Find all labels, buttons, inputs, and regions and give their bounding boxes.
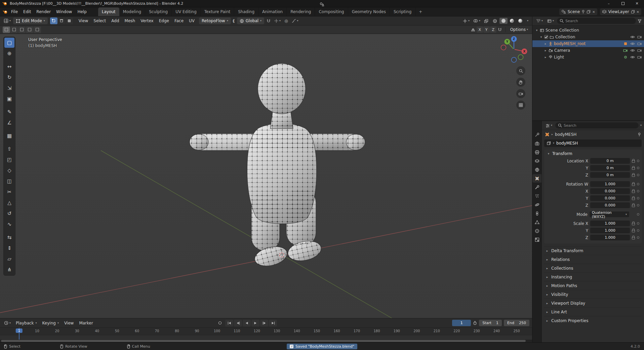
properties-tab-particles[interactable] <box>532 192 541 200</box>
retopoflow-menu[interactable]: RetopoFlow ▾ <box>199 17 231 24</box>
timeline-editor-selector[interactable]: ▾ <box>3 320 12 326</box>
tool-shear[interactable]: ▱ <box>4 254 14 264</box>
viewport-menu-uv[interactable]: UV <box>186 17 197 24</box>
properties-tab-tool[interactable] <box>532 130 541 139</box>
timeline-menu-view[interactable]: View <box>62 320 76 326</box>
material-shading-button[interactable] <box>508 18 516 24</box>
tool-spin[interactable]: ↺ <box>4 208 14 219</box>
render-visibility-icon[interactable] <box>637 42 642 45</box>
view-layer-selector[interactable]: ViewLayer ✕ <box>600 8 641 15</box>
panel-motion-paths[interactable]: ▸Motion Paths <box>544 281 642 290</box>
tool-inset-faces[interactable]: ◰ <box>4 155 14 165</box>
shading-dropdown[interactable]: ▾ <box>526 19 530 23</box>
workspace-tab-layout[interactable]: Layout <box>98 7 119 16</box>
mode-field[interactable]: Quaternion (WXYZ)▾ <box>590 211 629 217</box>
tool-bevel[interactable]: ◇ <box>4 165 14 176</box>
snap-target-selector[interactable]: ▾ <box>273 18 282 24</box>
tool-edge-slide[interactable]: ⇆ <box>4 232 14 242</box>
expand-arrow[interactable]: ▸ <box>544 55 547 59</box>
viewport-menu-mesh[interactable]: Mesh <box>122 17 138 24</box>
workspace-tab-uv-editing[interactable]: UV Editing <box>172 7 201 16</box>
timeline-menu-marker[interactable]: Marker <box>76 320 95 326</box>
viewport-menu-view[interactable]: View <box>76 17 91 24</box>
start-frame-field[interactable]: Start 1 <box>479 320 502 326</box>
panel-custom-properties[interactable]: ▸Custom Properties <box>544 316 642 325</box>
jump-to-end-button[interactable] <box>269 320 277 326</box>
select-mode-extend[interactable] <box>10 27 18 33</box>
options-dropdown[interactable]: Options ▾ <box>509 27 529 33</box>
camera-view-button[interactable] <box>516 89 525 98</box>
add-workspace-button[interactable]: + <box>415 7 426 16</box>
tool-shrink-fatten[interactable]: ⇕ <box>4 243 14 253</box>
timeline-track[interactable] <box>0 335 532 340</box>
select-mode-subtract[interactable] <box>18 27 26 33</box>
jump-to-next-keyframe-button[interactable] <box>260 320 268 326</box>
menu-window[interactable]: Window <box>53 8 75 15</box>
zoom-button[interactable] <box>516 66 525 75</box>
visibility-eye-icon[interactable] <box>630 35 635 39</box>
workspace-tab-modeling[interactable]: Modeling <box>119 7 146 16</box>
show-gizmo-dropdown[interactable]: ▾ <box>461 18 471 24</box>
timeline-ruler[interactable]: 1020304050607080901001101201301401501601… <box>0 328 532 335</box>
viewport-canvas[interactable] <box>0 34 532 318</box>
animate-dot[interactable] <box>637 222 639 225</box>
workspace-tab-compositing[interactable]: Compositing <box>315 7 348 16</box>
menu-file[interactable]: File <box>8 8 21 15</box>
render-visibility-icon[interactable] <box>637 49 642 52</box>
viewport-menu-add[interactable]: Add <box>109 17 122 24</box>
current-frame-field[interactable]: 1 <box>452 320 471 326</box>
expand-arrow[interactable]: ▸ <box>544 49 547 52</box>
location-x-field[interactable]: 0 m <box>590 158 630 164</box>
properties-tab-data[interactable] <box>532 218 541 226</box>
viewport-menu-select[interactable]: Select <box>91 17 109 24</box>
panel-delta-transform[interactable]: ▸Delta Transform <box>544 246 642 255</box>
timeline-menu-keying[interactable]: Keying▾ <box>40 320 62 326</box>
properties-tab-object[interactable] <box>532 174 541 183</box>
tool-extrude-region[interactable]: ⇧ <box>4 144 14 154</box>
tool-poly-build[interactable]: △ <box>4 198 14 208</box>
menu-help[interactable]: Help <box>75 8 89 15</box>
render-visibility-icon[interactable] <box>637 55 642 59</box>
z-field[interactable]: 0.000 <box>590 202 630 208</box>
z-field[interactable]: 1.000 <box>590 235 630 240</box>
transform-panel-header[interactable]: ▾ Transform <box>544 150 642 158</box>
filter-icon[interactable] <box>638 19 642 23</box>
panel-visibility[interactable]: ▸Visibility <box>544 290 642 299</box>
workspace-tab-scripting[interactable]: Scripting <box>390 7 415 16</box>
properties-tab-physics[interactable] <box>532 200 541 209</box>
rotation-w-field[interactable]: 1.000 <box>590 181 630 187</box>
tool-scale[interactable]: ⇲ <box>4 83 14 93</box>
show-overlays-dropdown[interactable]: ▾ <box>472 18 482 24</box>
lock-icon[interactable] <box>632 205 635 207</box>
lock-icon[interactable] <box>632 160 635 163</box>
properties-tab-constraints[interactable] <box>532 209 541 218</box>
auto-keying-toggle-icon[interactable] <box>218 321 222 325</box>
visibility-eye-icon[interactable] <box>630 55 635 59</box>
y-field[interactable]: 0 m <box>590 165 630 171</box>
mode-selector[interactable]: Edit Mode ▾ <box>13 17 48 24</box>
render-visibility-icon[interactable] <box>637 35 642 39</box>
animate-dot[interactable] <box>637 190 639 192</box>
viewport-menu-face[interactable]: Face <box>172 17 186 24</box>
outliner-editor-selector[interactable]: ▾ <box>535 18 544 24</box>
lock-icon[interactable] <box>632 223 635 225</box>
app-menu-icon[interactable] <box>3 9 8 14</box>
workspace-tab-geometry-nodes[interactable]: Geometry Nodes <box>348 7 390 16</box>
tool-add-cube[interactable]: ▦ <box>4 131 14 141</box>
tool-cursor[interactable]: ⊕ <box>4 48 14 59</box>
editor-type-selector[interactable]: ▾ <box>2 18 12 24</box>
outliner-search-input[interactable] <box>565 19 633 23</box>
expand-arrow[interactable]: ▾ <box>539 35 543 39</box>
pin-icon[interactable] <box>581 10 585 14</box>
panel-viewport-display[interactable]: ▸Viewport Display <box>544 299 642 307</box>
display-mode-selector[interactable]: ▾ <box>546 18 555 24</box>
lock-icon[interactable] <box>632 174 635 177</box>
face-select-button[interactable] <box>66 17 73 24</box>
pin-icon[interactable] <box>638 132 641 137</box>
animate-dot[interactable] <box>637 183 639 185</box>
animate-dot[interactable] <box>637 204 639 206</box>
new-view-layer-icon[interactable] <box>631 10 635 14</box>
tool-smooth[interactable]: ∿ <box>4 219 14 229</box>
outliner-row-collection[interactable]: ▾Collection <box>532 34 644 40</box>
remove-view-layer-icon[interactable]: ✕ <box>637 10 639 14</box>
